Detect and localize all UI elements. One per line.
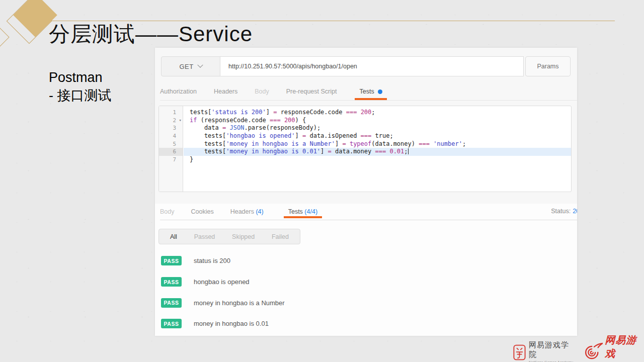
code-line[interactable]: tests['hongbao is opened'] = data.isOpen… <box>184 132 571 140</box>
code-line[interactable]: tests['money in hongbao is a Number'] = … <box>184 140 571 148</box>
editor-gutter: 12▾34567 <box>159 106 183 192</box>
test-result-label: money in hongbao is a Number <box>194 299 285 307</box>
code-line[interactable]: if (responseCode.code === 200) { <box>184 117 571 125</box>
editor-code: tests['status is 200'] = responseCode.co… <box>184 106 571 164</box>
text-cursor <box>408 148 409 154</box>
slide: 分层测试——Service Postman - 接口测试 GET http://… <box>0 0 644 362</box>
tab-authorization[interactable]: Authorization <box>160 88 197 95</box>
status-badge: Status:200 <box>551 208 577 215</box>
params-button[interactable]: Params <box>525 56 571 76</box>
resp-tab-cookies[interactable]: Cookies <box>191 208 214 215</box>
method-label: GET <box>179 63 193 70</box>
slide-title: 分层测试——Service <box>49 20 253 48</box>
filter-skipped[interactable]: Skipped <box>232 233 255 240</box>
test-result-row: PASS money in hongbao is a Number <box>161 292 571 313</box>
netease-academy-logo: 网易游戏学院 NetEase Games Academy <box>513 340 574 362</box>
url-input[interactable]: http://10.251.90.57:5000/apis/hongbao/1/… <box>220 56 524 76</box>
academy-name: 网易游戏学院 <box>529 340 574 359</box>
request-tabs: Authorization Headers Body Pre-request S… <box>160 83 577 101</box>
netease-text: 网易游戏 游 戏 热 爱 者 <box>605 333 644 362</box>
pass-badge: PASS <box>161 256 182 265</box>
code-line[interactable]: data = JSON.parse(responseBody); <box>184 124 571 132</box>
subtitle-line-1: Postman <box>49 68 112 86</box>
headers-count: (4) <box>256 208 263 215</box>
test-results-list: PASS status is 200 PASS hongbao is opene… <box>161 250 571 334</box>
line-number: 3 <box>159 124 183 132</box>
edge-diamond-decoration <box>0 22 10 52</box>
blue-dot-indicator <box>378 89 382 94</box>
line-number: 2▾ <box>159 117 183 125</box>
netease-swirl-icon <box>581 340 603 362</box>
slide-subtitle: Postman - 接口测试 <box>49 68 112 105</box>
tab-tests[interactable]: Tests <box>359 88 382 95</box>
tests-count: (4/4) <box>304 208 317 215</box>
tab-headers[interactable]: Headers <box>214 88 237 95</box>
fold-arrow-icon[interactable]: ▾ <box>179 117 182 125</box>
line-number: 6 <box>159 148 183 156</box>
tests-code-editor[interactable]: 12▾34567 tests['status is 200'] = respon… <box>158 106 572 192</box>
test-result-row: PASS hongbao is opened <box>161 272 571 293</box>
line-number: 5 <box>159 140 183 148</box>
test-result-row: PASS status is 200 <box>161 250 571 272</box>
test-result-row: PASS money in hongbao is 0.01 <box>161 313 571 334</box>
test-result-label: hongbao is opened <box>194 278 250 286</box>
pass-badge: PASS <box>161 319 182 328</box>
line-number: 7 <box>159 156 183 164</box>
resp-tab-tests[interactable]: Tests (4/4) <box>288 208 317 215</box>
line-number: 4 <box>159 132 183 140</box>
code-line[interactable]: tests['status is 200'] = responseCode.co… <box>184 109 571 117</box>
test-result-label: money in hongbao is 0.01 <box>194 320 269 327</box>
result-filter-group: All Passed Skipped Failed <box>158 229 300 244</box>
pass-badge: PASS <box>161 298 182 308</box>
resp-tab-headers[interactable]: Headers (4) <box>230 208 264 215</box>
tab-body[interactable]: Body <box>255 88 269 95</box>
subtitle-line-2: - 接口测试 <box>49 86 112 105</box>
chevron-down-icon <box>197 62 203 68</box>
pass-badge: PASS <box>161 277 182 287</box>
academy-text: 网易游戏学院 NetEase Games Academy <box>529 340 574 362</box>
filter-failed[interactable]: Failed <box>272 233 289 240</box>
response-tabs: Body Cookies Headers (4) Tests (4/4) Sta… <box>160 203 577 220</box>
footer-logos: 网易游戏学院 NetEase Games Academy 网易游戏 游 戏 热 … <box>513 333 644 362</box>
netease-name: 网易游戏 <box>605 333 644 360</box>
test-result-label: status is 200 <box>194 257 230 264</box>
postman-panel: GET http://10.251.90.57:5000/apis/hongba… <box>155 48 577 336</box>
url-row: GET http://10.251.90.57:5000/apis/hongba… <box>161 56 571 76</box>
url-text: http://10.251.90.57:5000/apis/hongbao/1/… <box>228 63 357 70</box>
code-line[interactable]: tests['money in hongbao is 0.01'] = data… <box>184 148 571 156</box>
filter-passed[interactable]: Passed <box>194 233 215 240</box>
code-line[interactable]: } <box>184 156 571 164</box>
tab-pre-request-script[interactable]: Pre-request Script <box>286 88 337 95</box>
filter-all[interactable]: All <box>170 233 177 240</box>
academy-seal-icon <box>513 343 526 361</box>
method-dropdown[interactable]: GET <box>161 56 220 76</box>
status-code: 200 <box>573 208 577 215</box>
line-number: 1 <box>159 109 183 117</box>
academy-subtitle: NetEase Games Academy <box>529 360 574 362</box>
netease-games-logo: 网易游戏 游 戏 热 爱 者 <box>581 333 644 362</box>
resp-tab-body[interactable]: Body <box>160 208 175 215</box>
